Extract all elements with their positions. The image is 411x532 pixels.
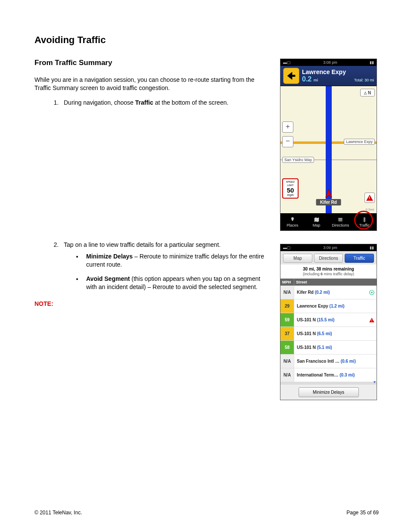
segment-distance: (0.6 mi): [341, 359, 358, 364]
tab-map[interactable]: Map: [305, 213, 329, 230]
bottom-tab-bar: Places Map Directions Traffic: [280, 213, 377, 230]
list-icon: [337, 217, 343, 223]
segment-distance: (0.3 mi): [339, 373, 357, 377]
tab-directions[interactable]: Directions: [329, 213, 353, 230]
svg-point-5: [371, 292, 373, 293]
battery-icon: ▬▢: [283, 60, 291, 65]
nav-banner: Lawrence Expy 0.2 mi Total: 30 mi: [280, 66, 377, 86]
segment-distance: (5.1 mi): [317, 345, 335, 350]
section-heading: From Traffic Summary: [34, 59, 271, 67]
segment-row[interactable]: N/AInternational Term… (0.3 mi): [280, 368, 377, 382]
tab2-traffic[interactable]: Traffic: [345, 254, 374, 263]
svg-rect-7: [371, 321, 372, 321]
svg-point-3: [364, 221, 365, 221]
compass-button[interactable]: △N: [360, 89, 375, 96]
tab-traffic[interactable]: Traffic: [352, 213, 377, 230]
traffic-list-screenshot: ▬▢ 3:09 pm ▮▮ Map Directions Traffic 30 …: [280, 244, 377, 400]
segment-name: Kifer Rd (0.2 mi): [294, 290, 369, 295]
list-header: MPH Street: [280, 279, 377, 286]
segment-row[interactable]: 58US-101 N (5.1 mi): [280, 341, 377, 355]
segment-mph: N/A: [280, 368, 294, 382]
segment-row[interactable]: 29Lawrence Expy (1.2 mi): [280, 299, 377, 313]
step-1: During navigation, choose Traffic at the…: [60, 99, 271, 106]
segment-list: N/AKifer Rd (0.2 mi)29Lawrence Expy (1.2…: [280, 286, 377, 382]
battery-icon: ▬▢: [283, 246, 291, 250]
segment-distance: (1.2 mi): [330, 304, 347, 308]
copyright: © 2011 TeleNav, Inc.: [34, 510, 82, 516]
pin-icon: [290, 217, 296, 223]
segment-mph: 59: [280, 313, 294, 327]
page-footer: © 2011 TeleNav, Inc. Page 35 of 69: [34, 510, 379, 516]
map-label-sanysidro: San Ysidro Way: [282, 157, 314, 163]
location-icon: [369, 289, 377, 296]
traffic-alert-icon[interactable]: [364, 193, 375, 203]
segment-row[interactable]: N/ASan Francisco Intl … (0.6 mi): [280, 355, 377, 368]
segment-name: US-101 N (15.5 mi): [294, 317, 369, 322]
segment-distance: (0.2 mi): [315, 290, 333, 295]
bullet-minimize: Minimize Delays – Reroute to minimize tr…: [83, 252, 271, 269]
segment-row[interactable]: 37US-101 N (6.5 mi): [280, 327, 377, 341]
segment-mph: N/A: [280, 355, 294, 368]
remaining-summary: 30 mi, 38 mins remaining (including 6 mi…: [280, 264, 377, 279]
top-tab-bar: Map Directions Traffic: [280, 251, 377, 264]
signal-icon: ▮▮: [370, 60, 374, 65]
segment-name: International Term… (0.3 mi): [294, 373, 369, 377]
segment-mph: 37: [280, 327, 294, 340]
map-label-lawrence: Lawrence Expy: [344, 139, 375, 145]
traffic-icon: [361, 217, 367, 223]
page-number: Page 35 of 69: [346, 510, 379, 516]
segment-mph: 29: [280, 299, 294, 313]
speed-limit-sign: SPEED LIMIT 50 mph: [282, 178, 299, 199]
gps-position-icon: [324, 189, 333, 199]
intro-paragraph: While you are in a navigation session, y…: [34, 76, 271, 92]
note-label: NOTE:: [34, 300, 271, 308]
tab2-map[interactable]: Map: [283, 254, 312, 263]
segment-name: San Francisco Intl … (0.6 mi): [294, 359, 369, 364]
tab2-directions[interactable]: Directions: [314, 254, 343, 263]
tab-places[interactable]: Places: [280, 213, 305, 230]
step-2: Tap on a line to view traffic details fo…: [60, 241, 271, 291]
segment-mph: 58: [280, 341, 294, 354]
status-bar: ▬▢ 3:09 pm ▮▮: [280, 244, 377, 251]
bullet-avoid: Avoid Segment (this option appears when …: [83, 275, 271, 291]
zoom-out-button[interactable]: −: [282, 136, 293, 147]
map-area: + − △N Lawrence Expy San Ysidro Way SPEE…: [280, 86, 377, 213]
minimize-delays-button[interactable]: Minimize Delays: [299, 387, 359, 397]
segment-name: US-101 N (6.5 mi): [294, 331, 369, 336]
svg-point-2: [364, 219, 365, 220]
segment-name: US-101 N (5.1 mi): [294, 345, 369, 350]
map-icon: [314, 217, 320, 223]
svg-rect-6: [371, 319, 372, 321]
zoom-in-button[interactable]: +: [282, 121, 293, 133]
signal-icon: ▮▮: [370, 246, 374, 250]
svg-point-1: [364, 218, 365, 219]
segment-distance: (6.5 mi): [317, 331, 335, 336]
navigation-screenshot: ▬▢ 3:08 pm ▮▮ Lawrence Expy 0.2 mi Total…: [280, 59, 377, 231]
current-street-bar: Kifer Rd: [316, 199, 341, 205]
segment-row[interactable]: N/AKifer Rd (0.2 mi): [280, 286, 377, 299]
segment-row[interactable]: 59US-101 N (15.5 mi): [280, 313, 377, 327]
segment-name: Lawrence Expy (1.2 mi): [294, 304, 369, 308]
segment-mph: N/A: [280, 286, 294, 299]
turn-left-icon: [283, 68, 299, 84]
page-title: Avoiding Traffic: [34, 34, 379, 46]
status-bar: ▬▢ 3:08 pm ▮▮: [280, 59, 377, 66]
segment-distance: (15.5 mi): [317, 317, 337, 322]
warning-icon: [369, 317, 377, 323]
